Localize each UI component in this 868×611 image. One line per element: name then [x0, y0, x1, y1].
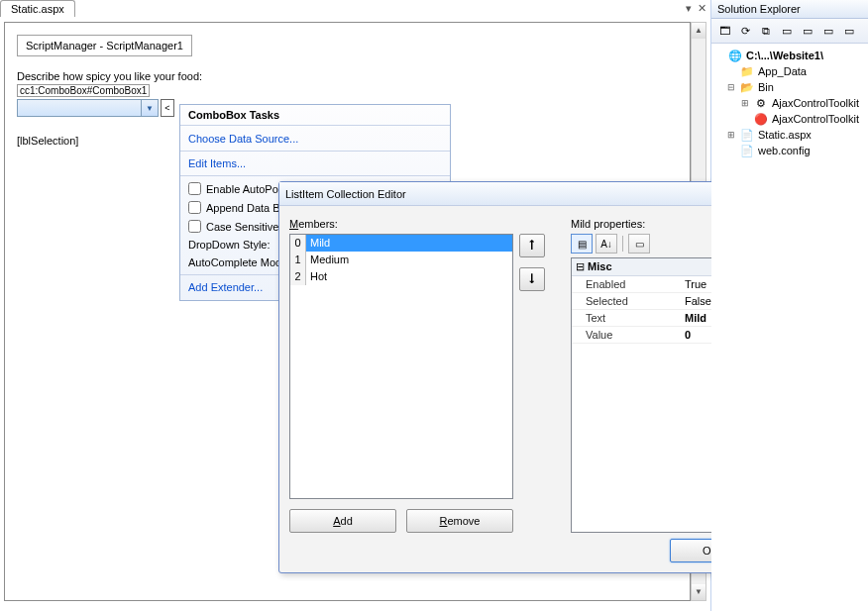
tree-item[interactable]: ⊟📂Bin: [713, 79, 866, 95]
member-index: 0: [290, 235, 306, 252]
copy-website-icon[interactable]: ▭: [818, 21, 838, 41]
choose-data-source-link[interactable]: Choose Data Source...: [188, 130, 442, 148]
scroll-up-icon[interactable]: ▲: [692, 23, 705, 39]
tree-item-label: AjaxControlToolkit: [772, 113, 859, 125]
properties-icon[interactable]: 🗔: [714, 21, 734, 41]
tree-root-label: C:\...\Website1\: [746, 50, 823, 61]
member-row[interactable]: 1Medium: [290, 252, 512, 268]
member-name: Hot: [306, 268, 512, 285]
tree-item[interactable]: ⊞⚙AjaxControlToolkit: [713, 95, 866, 111]
tree-item-label: Static.aspx: [758, 129, 812, 141]
expand-icon[interactable]: ⊞: [739, 98, 750, 108]
checkbox[interactable]: [188, 201, 201, 214]
tab-controls: ▾ ✕: [686, 2, 706, 15]
nest-icon[interactable]: ⧉: [756, 21, 776, 41]
property-name: Selected: [572, 293, 681, 309]
members-listbox[interactable]: 0Mild1Medium2Hot: [289, 234, 513, 499]
property-name: Enabled: [572, 276, 681, 292]
member-name: Mild: [306, 235, 512, 252]
view-code-icon[interactable]: ▭: [777, 21, 797, 41]
doc-tabs: Static.aspx: [0, 0, 75, 18]
tree-item[interactable]: 📁App_Data: [713, 63, 866, 79]
solution-explorer-title: Solution Explorer: [711, 0, 868, 19]
tree-item-label: AjaxControlToolkit: [772, 97, 859, 109]
member-index: 2: [290, 268, 306, 285]
move-buttons: 🠕 🠗: [519, 234, 545, 301]
tree-item[interactable]: ⊞📄Static.aspx: [713, 127, 866, 143]
tree-item[interactable]: 🔴AjaxControlToolkit: [713, 111, 866, 127]
scroll-down-icon[interactable]: ▼: [692, 584, 705, 600]
close-icon[interactable]: ✕: [698, 2, 706, 15]
move-up-button[interactable]: 🠕: [519, 234, 545, 257]
solution-explorer-toolbar: 🗔 ⟳ ⧉ ▭ ▭ ▭ ▭: [711, 19, 868, 44]
describe-label: Describe how spicy you like your food:: [17, 70, 678, 82]
members-label: Members:: [289, 218, 338, 230]
project-icon: 🌐: [727, 49, 743, 62]
member-index: 1: [290, 252, 306, 268]
tab-static-aspx[interactable]: Static.aspx: [0, 0, 75, 17]
edit-items-link[interactable]: Edit Items...: [188, 154, 442, 172]
solution-explorer-panel: Solution Explorer 🗔 ⟳ ⧉ ▭ ▭ ▭ ▭ 🌐 C:\...…: [711, 0, 868, 611]
member-row[interactable]: 0Mild: [290, 235, 512, 252]
member-row[interactable]: 2Hot: [290, 268, 512, 285]
tasks-title: ComboBox Tasks: [180, 105, 450, 126]
file-icon: 📄: [739, 128, 755, 142]
file-icon: 🔴: [753, 112, 769, 126]
propgrid-toolbar: ▤ A↓ ▭: [571, 234, 650, 254]
property-name: Value: [572, 327, 681, 343]
member-name: Medium: [306, 252, 512, 268]
expand-icon[interactable]: ⊟: [725, 82, 736, 92]
checkbox[interactable]: [188, 220, 201, 233]
file-icon: ⚙: [753, 96, 769, 110]
properties-label: Mild properties:: [571, 218, 645, 230]
alphabetical-icon[interactable]: A↓: [596, 234, 617, 254]
smart-tag-glyph[interactable]: <: [161, 99, 174, 117]
view-designer-icon[interactable]: ▭: [798, 21, 817, 41]
expand-icon[interactable]: ⊞: [725, 130, 736, 140]
dropdown-icon[interactable]: ▾: [686, 2, 692, 15]
tree-item-label: App_Data: [758, 65, 807, 77]
solution-tree[interactable]: 🌐 C:\...\Website1\ 📁App_Data⊟📂Bin⊞⚙AjaxC…: [711, 44, 868, 162]
asp-config-icon[interactable]: ▭: [839, 21, 859, 41]
refresh-icon[interactable]: ⟳: [735, 21, 755, 41]
property-name: Text: [572, 310, 681, 326]
combobox-dropdown-button[interactable]: ▼: [142, 99, 159, 117]
tree-item-label: Bin: [758, 81, 774, 93]
file-icon: 📂: [739, 80, 755, 94]
add-button[interactable]: Add: [289, 509, 396, 533]
property-pages-icon[interactable]: ▭: [628, 234, 650, 254]
checkbox[interactable]: [188, 182, 201, 195]
tree-item-label: web.config: [758, 145, 811, 156]
file-icon: 📁: [739, 64, 755, 78]
remove-button[interactable]: Remove: [406, 509, 513, 533]
combobox-input[interactable]: [17, 99, 142, 117]
file-icon: 📄: [739, 144, 755, 157]
control-tag-label: cc1:ComboBox#ComboBox1: [17, 84, 150, 97]
tree-item[interactable]: 📄web.config: [713, 143, 866, 158]
categorized-icon[interactable]: ▤: [571, 234, 593, 254]
tree-root[interactable]: 🌐 C:\...\Website1\: [713, 48, 866, 63]
move-down-button[interactable]: 🠗: [519, 267, 545, 291]
scriptmanager-control[interactable]: ScriptManager - ScriptManager1: [17, 35, 192, 56]
